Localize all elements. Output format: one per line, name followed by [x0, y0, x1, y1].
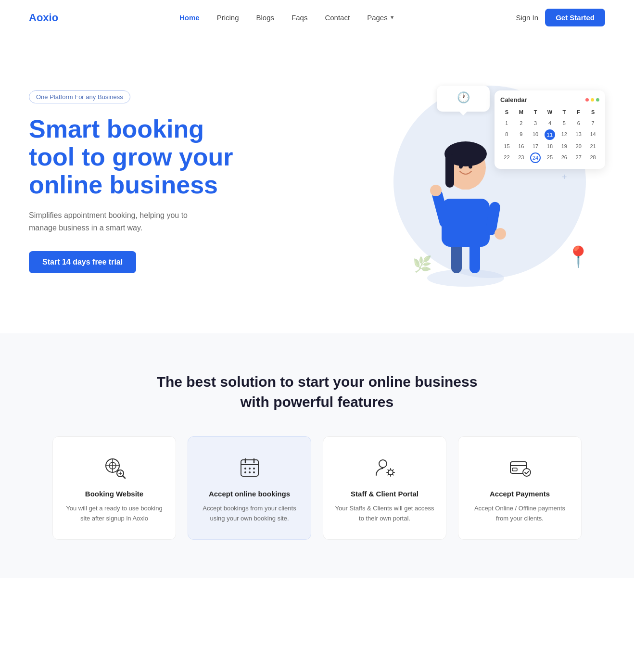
- speech-bubble: 🕐: [437, 86, 490, 112]
- cal-9: 9: [515, 129, 528, 140]
- cal-2: 2: [515, 118, 528, 128]
- nav-actions: Sign In Get Started: [516, 9, 605, 26]
- svg-line-19: [123, 476, 125, 478]
- cal-13: 13: [572, 129, 585, 140]
- cal-1: 1: [500, 118, 513, 128]
- svg-point-12: [459, 165, 463, 169]
- svg-line-38: [388, 469, 389, 470]
- cal-day-w: W: [544, 107, 557, 117]
- feature-name-booking-website: Booking Website: [85, 490, 143, 498]
- cal-day-t1: T: [529, 107, 542, 117]
- clock-icon: 🕐: [444, 91, 483, 104]
- svg-point-0: [427, 269, 504, 287]
- cal-6: 6: [572, 118, 585, 128]
- booking-website-icon: [101, 454, 128, 481]
- dot-yellow: [591, 98, 594, 101]
- cal-day-t2: T: [558, 107, 571, 117]
- svg-line-40: [392, 469, 393, 470]
- chevron-down-icon: ▼: [390, 14, 395, 20]
- svg-point-6: [430, 185, 442, 196]
- svg-point-7: [495, 228, 506, 240]
- features-grid: Booking Website You will get a ready to …: [52, 436, 582, 540]
- deco-plus-icon: +: [562, 172, 567, 182]
- cal-4: 4: [544, 118, 557, 128]
- svg-point-31: [253, 471, 255, 473]
- location-pin-icon: 📍: [566, 245, 591, 268]
- cal-24: 24: [530, 152, 541, 163]
- svg-point-30: [249, 471, 251, 473]
- feature-desc-accept-payments: Accept Online / Offline payments from yo…: [470, 504, 570, 524]
- svg-rect-11: [445, 154, 454, 188]
- feature-desc-accept-bookings: Accept bookings from your clients using …: [200, 504, 299, 524]
- cal-3: 3: [529, 118, 542, 128]
- cal-21: 21: [586, 141, 599, 151]
- features-title: The best solution to start your online b…: [29, 372, 605, 412]
- logo[interactable]: Aoxio: [29, 12, 58, 24]
- nav-link-contact[interactable]: Contact: [325, 13, 350, 22]
- signin-button[interactable]: Sign In: [516, 13, 538, 22]
- calendar-title: Calendar: [500, 96, 527, 103]
- nav-link-home[interactable]: Home: [179, 13, 200, 22]
- cal-27: 27: [572, 152, 585, 163]
- feature-desc-staff-portal: Your Staffs & Clients will get access to…: [335, 504, 434, 524]
- accept-bookings-icon: [236, 454, 263, 481]
- dot-green: [596, 98, 599, 101]
- cal-19: 19: [558, 141, 571, 151]
- staff-portal-icon: [371, 454, 398, 481]
- cal-20: 20: [572, 141, 585, 151]
- nav-link-pricing[interactable]: Pricing: [217, 13, 239, 22]
- features-section: The best solution to start your online b…: [0, 333, 634, 578]
- cal-day-f: F: [572, 107, 585, 117]
- svg-point-29: [244, 471, 246, 473]
- get-started-button[interactable]: Get Started: [545, 9, 605, 26]
- svg-line-39: [392, 474, 393, 475]
- hero-section: One Platform For any Business Smart book…: [0, 35, 634, 333]
- leaf-deco: 🌿: [413, 255, 432, 273]
- svg-rect-44: [512, 468, 517, 471]
- svg-point-28: [253, 468, 255, 469]
- cal-18: 18: [544, 141, 557, 151]
- feature-card-booking-website: Booking Website You will get a ready to …: [52, 436, 176, 540]
- cal-22: 22: [500, 152, 513, 163]
- svg-line-41: [388, 474, 389, 475]
- cal-day-s: S: [500, 107, 513, 117]
- feature-card-staff-portal: Staff & Client Portal Your Staffs & Clie…: [323, 436, 446, 540]
- svg-point-45: [523, 469, 531, 476]
- cal-26: 26: [558, 152, 571, 163]
- nav-link-faqs[interactable]: Faqs: [292, 13, 307, 22]
- cal-28: 28: [586, 152, 599, 163]
- nav-link-pages[interactable]: Pages ▼: [367, 13, 394, 22]
- hero-illustration: +: [374, 76, 605, 288]
- calendar-grid: S M T W T F S 1 2 3 4 5 6 7 8 9 10 11: [500, 107, 599, 163]
- cal-11: 11: [545, 129, 555, 140]
- cal-14: 14: [586, 129, 599, 140]
- feature-name-accept-bookings: Accept online bookings: [209, 490, 290, 498]
- cal-23: 23: [515, 152, 528, 163]
- svg-point-32: [379, 460, 387, 468]
- feature-card-accept-bookings: Accept online bookings Accept bookings f…: [188, 436, 311, 540]
- calendar-dots: [585, 98, 599, 101]
- feature-name-staff-portal: Staff & Client Portal: [351, 490, 418, 498]
- cal-day-m: M: [515, 107, 528, 117]
- hero-subtitle: Simplifies appointment booking, helping …: [29, 209, 212, 234]
- accept-payments-icon: [507, 454, 533, 481]
- hero-content: One Platform For any Business Smart book…: [29, 90, 233, 274]
- cal-15: 15: [500, 141, 513, 151]
- cal-8: 8: [500, 129, 513, 140]
- cal-10: 10: [529, 129, 542, 140]
- cal-25: 25: [544, 152, 557, 163]
- calendar-header: Calendar: [500, 96, 599, 103]
- svg-point-26: [244, 468, 246, 469]
- trial-button[interactable]: Start 14 days free trial: [29, 251, 136, 273]
- cal-16: 16: [515, 141, 528, 151]
- cal-5: 5: [558, 118, 571, 128]
- calendar-card: Calendar S M T W T F S 1 2 3: [495, 90, 605, 169]
- cal-7: 7: [586, 118, 599, 128]
- cal-day-sa: S: [586, 107, 599, 117]
- feature-card-accept-payments: Accept Payments Accept Online / Offline …: [458, 436, 582, 540]
- dot-red: [585, 98, 589, 101]
- svg-point-27: [249, 468, 251, 469]
- cal-17: 17: [529, 141, 542, 151]
- nav-link-blogs[interactable]: Blogs: [256, 13, 275, 22]
- nav-links: Home Pricing Blogs Faqs Contact Pages ▼: [179, 13, 395, 22]
